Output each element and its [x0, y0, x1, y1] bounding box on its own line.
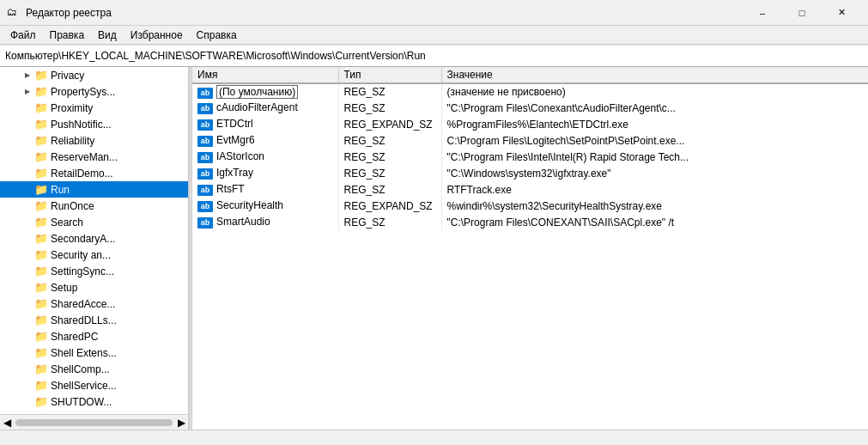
cell-type-4: REG_SZ [338, 149, 441, 165]
scroll-left-btn[interactable]: ◀ [0, 416, 14, 430]
reg-icon-1: ab [197, 103, 213, 114]
tree-label-settingSync: SettingSync... [51, 265, 114, 277]
registry-tree-scroll[interactable]: ▶📁Privacy▶📁PropertySys...📁Proximity📁Push… [0, 67, 188, 414]
table-row[interactable]: ab(По умолчанию)REG_SZ(значение не присв… [192, 83, 868, 100]
table-row[interactable]: abETDCtrlREG_EXPAND_SZ%ProgramFiles%\Ela… [192, 116, 868, 132]
tree-label-propertySys: PropertySys... [51, 86, 115, 98]
folder-icon-pushNotific: 📁 [34, 118, 48, 131]
address-bar: Компьютер\HKEY_LOCAL_MACHINE\SOFTWARE\Mi… [0, 45, 868, 67]
tree-arrow-propertySys: ▶ [21, 88, 34, 95]
close-button[interactable]: ✕ [822, 0, 861, 26]
tree-label-runOnce: RunOnce [51, 200, 94, 212]
registry-table-scroll[interactable]: Имя Тип Значение ab(По умолчанию)REG_SZ(… [192, 67, 868, 430]
tree-item-sharedAcce[interactable]: 📁SharedAcce... [0, 296, 188, 312]
cell-type-8: REG_SZ [338, 214, 441, 230]
cell-type-7: REG_EXPAND_SZ [338, 198, 441, 214]
folder-icon-run: 📁 [34, 183, 48, 196]
tree-item-proximity[interactable]: 📁Proximity [0, 100, 188, 116]
tree-label-reliability: Reliability [51, 135, 94, 147]
h-scrollbar-thumb[interactable] [15, 419, 173, 426]
window-controls: – □ ✕ [743, 0, 861, 26]
app-icon: 🗂 [7, 6, 21, 20]
cell-type-0: REG_SZ [338, 83, 441, 100]
maximize-button[interactable]: □ [782, 0, 822, 26]
registry-values-panel: Имя Тип Значение ab(По умолчанию)REG_SZ(… [192, 67, 868, 430]
table-row[interactable]: abcAudioFilterAgentREG_SZ"C:\Program Fil… [192, 100, 868, 116]
table-header-row: Имя Тип Значение [192, 67, 868, 83]
tree-label-pushNotific: PushNotific... [51, 119, 112, 131]
cell-value-7: %windir%\system32\SecurityHealthSystray.… [441, 198, 868, 214]
tree-arrow-privacy: ▶ [21, 71, 34, 79]
tree-label-sharedDLLs: SharedDLLs... [51, 314, 117, 326]
cell-name-0: ab(По умолчанию) [192, 83, 338, 100]
tree-item-sharedPC[interactable]: 📁SharedPC [0, 328, 188, 344]
tree-item-sharedDLLs[interactable]: 📁SharedDLLs... [0, 312, 188, 328]
reg-icon-5: ab [197, 168, 213, 180]
tree-item-shellService[interactable]: 📁ShellService... [0, 377, 188, 393]
tree-item-secondaryA[interactable]: 📁SecondaryA... [0, 230, 188, 247]
registry-table: Имя Тип Значение ab(По умолчанию)REG_SZ(… [192, 67, 868, 230]
tree-label-setup: Setup [51, 282, 77, 294]
menu-file[interactable]: Файл [3, 27, 43, 43]
table-row[interactable]: abIAStorIconREG_SZ"C:\Program Files\Inte… [192, 149, 868, 165]
tree-item-shellExtens[interactable]: 📁Shell Extens... [0, 344, 188, 361]
folder-icon-runOnce: 📁 [34, 199, 48, 212]
tree-item-shutdown[interactable]: 📁SHUTDOW... [0, 393, 188, 410]
cell-name-3: abEvtMgr6 [192, 132, 338, 149]
table-row[interactable]: abRtsFTREG_SZRTFTrack.exe [192, 181, 868, 198]
folder-icon-securityAn: 📁 [34, 248, 48, 261]
menu-bar: Файл Правка Вид Избранное Справка [0, 26, 868, 45]
status-bar [0, 430, 868, 445]
menu-favorites[interactable]: Избранное [124, 27, 190, 43]
menu-view[interactable]: Вид [91, 27, 124, 43]
tree-item-propertySys[interactable]: ▶📁PropertySys... [0, 83, 188, 100]
cell-value-8: "C:\Program Files\CONEXANT\SAII\SACpl.ex… [441, 214, 868, 230]
tree-label-privacy: Privacy [51, 70, 84, 82]
minimize-button[interactable]: – [743, 0, 782, 26]
table-row[interactable]: abIgfxTrayREG_SZ"C:\Windows\system32\igf… [192, 165, 868, 181]
tree-horizontal-scroll[interactable]: ◀ ▶ [0, 414, 188, 430]
tree-item-retailDemo[interactable]: 📁RetailDemo... [0, 165, 188, 181]
tree-item-run[interactable]: 📁Run [0, 181, 188, 198]
reg-icon-8: ab [197, 217, 213, 229]
tree-item-reserveMan[interactable]: 📁ReserveMan... [0, 149, 188, 165]
reg-icon-0: ab [197, 88, 213, 99]
folder-icon-setup: 📁 [34, 281, 48, 294]
cell-value-0: (значение не присвоено) [441, 83, 868, 100]
cell-value-4: "C:\Program Files\Intel\Intel(R) Rapid S… [441, 149, 868, 165]
tree-label-securityAn: Security an... [51, 249, 111, 261]
tree-item-runOnce[interactable]: 📁RunOnce [0, 198, 188, 214]
table-row[interactable]: abEvtMgr6REG_SZC:\Program Files\Logitech… [192, 132, 868, 149]
folder-icon-retailDemo: 📁 [34, 167, 48, 180]
tree-item-pushNotific[interactable]: 📁PushNotific... [0, 116, 188, 132]
folder-icon-secondaryA: 📁 [34, 232, 48, 245]
cell-name-7: abSecurityHealth [192, 198, 338, 214]
menu-edit[interactable]: Правка [43, 27, 92, 43]
folder-icon-reserveMan: 📁 [34, 150, 48, 163]
folder-icon-privacy: 📁 [34, 69, 48, 82]
tree-item-setup[interactable]: 📁Setup [0, 279, 188, 296]
tree-label-sharedPC: SharedPC [51, 331, 98, 343]
tree-item-search[interactable]: 📁Search [0, 214, 188, 230]
tree-label-shellComp: ShellComp... [51, 363, 110, 375]
reg-icon-4: ab [197, 152, 213, 163]
table-row[interactable]: abSecurityHealthREG_EXPAND_SZ%windir%\sy… [192, 198, 868, 214]
tree-item-privacy[interactable]: ▶📁Privacy [0, 67, 188, 83]
address-path: Компьютер\HKEY_LOCAL_MACHINE\SOFTWARE\Mi… [5, 50, 426, 62]
default-value-label: (По умолчанию) [216, 85, 298, 99]
tree-item-securityAn[interactable]: 📁Security an... [0, 247, 188, 263]
menu-help[interactable]: Справка [190, 27, 244, 43]
tree-item-shellComp[interactable]: 📁ShellComp... [0, 361, 188, 377]
table-row[interactable]: abSmartAudioREG_SZ"C:\Program Files\CONE… [192, 214, 868, 230]
folder-icon-sharedDLLs: 📁 [34, 314, 48, 326]
scroll-right-btn[interactable]: ▶ [174, 416, 188, 430]
folder-icon-settingSync: 📁 [34, 265, 48, 277]
tree-label-proximity: Proximity [51, 102, 93, 114]
app-title: Редактор реестра [26, 7, 112, 19]
cell-name-2: abETDCtrl [192, 116, 338, 132]
tree-item-reliability[interactable]: 📁Reliability [0, 132, 188, 149]
cell-value-2: %ProgramFiles%\Elantech\ETDCtrl.exe [441, 116, 868, 132]
tree-item-settingSync[interactable]: 📁SettingSync... [0, 263, 188, 279]
reg-icon-7: ab [197, 201, 213, 212]
folder-icon-shellExtens: 📁 [34, 346, 48, 359]
